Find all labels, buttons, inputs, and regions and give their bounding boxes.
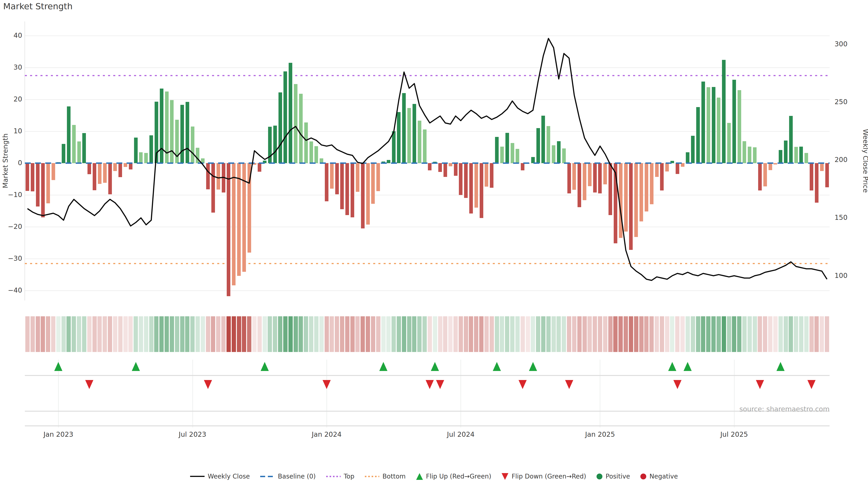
- strength-bar-w122: [655, 163, 659, 177]
- dot-icon: [596, 474, 602, 480]
- strength-bar-w118: [634, 163, 638, 237]
- strength-bar-w124: [665, 163, 669, 171]
- heat-cell-w121: [649, 316, 654, 352]
- heat-cell-w52: [293, 316, 298, 352]
- strength-bar-w90: [490, 163, 493, 188]
- strength-bar-w141: [753, 147, 756, 163]
- heat-cell-w96: [521, 316, 525, 352]
- strength-bar-w40: [232, 163, 236, 285]
- heat-cell-w36: [211, 316, 215, 352]
- heat-cell-w87: [474, 316, 478, 352]
- strength-bar-w41: [237, 163, 241, 276]
- flip-up-marker-w6: [54, 362, 62, 371]
- heat-cell-w155: [825, 316, 829, 352]
- strength-bar-w112: [603, 163, 607, 184]
- flip-down-marker-w58: [322, 380, 331, 389]
- heat-cell-w34: [201, 316, 205, 352]
- heat-cell-w46: [263, 316, 267, 352]
- heat-cell-w66: [366, 316, 370, 352]
- legend-label: Baseline (0): [278, 473, 315, 480]
- heat-cell-w26: [159, 316, 164, 352]
- heat-cell-w21: [133, 316, 138, 352]
- heat-cell-w6: [56, 316, 61, 352]
- flip-down-marker-w80: [436, 380, 444, 389]
- heat-cell-w1: [31, 316, 35, 352]
- heat-cell-w18: [118, 316, 123, 352]
- legend-label: Positive: [606, 473, 630, 480]
- heat-cell-w123: [660, 316, 664, 352]
- strength-bar-w104: [562, 149, 566, 163]
- heat-cell-w116: [624, 316, 628, 352]
- strength-bar-w30: [180, 105, 184, 163]
- flip-up-marker-w79: [431, 362, 439, 371]
- heat-cell-w114: [613, 316, 618, 352]
- strength-bar-w49: [278, 92, 282, 163]
- heat-cell-w70: [386, 316, 391, 352]
- flip-up-marker-w91: [493, 362, 501, 371]
- strength-bar-w111: [598, 163, 602, 193]
- right-tick-200: 200: [835, 156, 847, 164]
- heat-cell-w33: [195, 316, 200, 352]
- strength-bar-w21: [134, 138, 138, 163]
- heat-cell-w2: [36, 316, 40, 352]
- heat-cell-w71: [392, 316, 396, 352]
- strength-bar-w22: [139, 152, 143, 163]
- heat-cell-w132: [706, 316, 710, 352]
- heat-cell-w83: [454, 316, 458, 352]
- strength-bar-w37: [217, 163, 220, 190]
- strength-bar-w67: [371, 163, 375, 204]
- strength-bar-w144: [769, 163, 772, 170]
- strength-bar-w25: [155, 102, 158, 163]
- strength-bar-w11: [82, 133, 86, 163]
- heat-cell-w146: [778, 316, 783, 352]
- heat-cell-w130: [696, 316, 700, 352]
- strength-bar-w121: [650, 163, 653, 204]
- heat-cell-w53: [299, 316, 303, 352]
- strength-bar-w64: [356, 163, 360, 192]
- heat-cell-w12: [87, 316, 92, 352]
- strength-bar-w136: [727, 123, 731, 163]
- heat-cell-w102: [552, 316, 556, 352]
- strength-bar-w137: [733, 80, 736, 163]
- flip-up-marker-w21: [132, 362, 140, 371]
- panel-gridline-jul-2025: [734, 360, 735, 427]
- strength-bar-w101: [547, 126, 550, 163]
- x-tick-jan-2023: Jan 2023: [42, 430, 74, 438]
- legend-label: Top: [344, 473, 354, 480]
- heat-cell-w68: [376, 316, 380, 352]
- strength-bar-w54: [304, 123, 308, 163]
- heat-cell-w110: [593, 316, 597, 352]
- heat-cell-w3: [41, 316, 45, 352]
- strength-bar-w60: [335, 163, 339, 194]
- heat-cell-w81: [443, 316, 447, 352]
- heat-cell-w5: [51, 316, 55, 352]
- heat-cell-w15: [103, 316, 107, 352]
- dotted-line-glyph: [326, 476, 341, 477]
- right-axis-title: Weekly Close Price: [862, 129, 868, 193]
- heat-cell-w108: [583, 316, 587, 352]
- strength-bar-w123: [660, 163, 664, 191]
- strength-bar-w135: [722, 60, 725, 163]
- legend-item-baseline-0-: Baseline (0): [260, 473, 315, 480]
- market-strength-chart: 403020100−10−20−30−40300250200150100Jan …: [0, 0, 868, 488]
- heat-cell-w80: [438, 316, 442, 352]
- strength-bar-w133: [712, 87, 715, 163]
- panel-gridline-jul-2023: [192, 360, 193, 427]
- heat-cell-w95: [515, 316, 520, 352]
- left-tick--10: −10: [8, 191, 22, 199]
- strength-bar-w26: [160, 89, 163, 163]
- strength-bar-w72: [397, 112, 401, 163]
- strength-bar-w132: [707, 87, 710, 163]
- strength-bar-w18: [119, 163, 122, 177]
- heat-cell-w139: [742, 316, 747, 352]
- heat-cell-w142: [758, 316, 762, 352]
- lower-band-line-2: [25, 425, 830, 426]
- heat-cell-w90: [490, 316, 494, 352]
- flip-down-icon: [502, 473, 508, 480]
- heat-cell-w47: [268, 316, 272, 352]
- strength-bar-w50: [283, 71, 287, 163]
- strength-bar-w16: [108, 163, 112, 194]
- strength-bar-w88: [480, 163, 483, 218]
- heat-cell-w73: [402, 316, 406, 352]
- legend-item-negative: Negative: [640, 473, 678, 480]
